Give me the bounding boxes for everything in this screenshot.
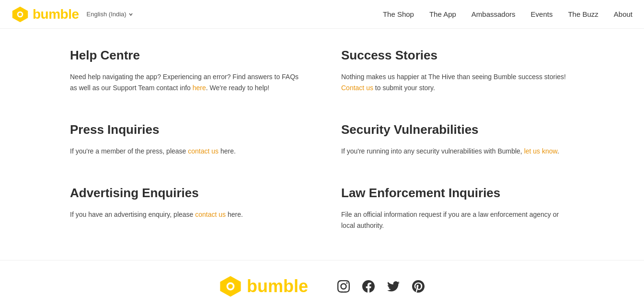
card-security-vulnerabilities: Security VulnerabilitiesIf you're runnin… [341,122,574,157]
svg-point-2 [18,12,22,16]
card-title-security-vulnerabilities: Security Vulnerabilities [341,122,574,137]
card-title-success-stories: Success Stories [341,48,574,63]
card-help-centre: Help CentreNeed help navigating the app?… [70,48,303,94]
main-content: Help CentreNeed help navigating the app?… [58,29,586,260]
card-success-stories: Success StoriesNothing makes us happier … [341,48,574,94]
card-body-press-inquiries: If you're a member of the press, please … [70,146,303,157]
pinterest-icon[interactable] [412,280,425,293]
header: bumble English (India) The ShopThe AppAm… [0,0,644,29]
lang-label: English (India) [87,11,126,18]
card-law-enforcement: Law Enforcement InquiriesFile an officia… [341,186,574,231]
nav-item-the-shop[interactable]: The Shop [383,10,414,18]
card-link1-advertising-enquiries[interactable]: contact us [195,211,226,218]
logo-icon [12,6,29,23]
nav-item-the-buzz[interactable]: The Buzz [568,10,598,18]
content-grid: Help CentreNeed help navigating the app?… [70,48,574,231]
footer-logo-text: bumble [247,276,308,296]
nav-item-about[interactable]: About [614,10,632,18]
language-selector[interactable]: English (India) [87,11,133,18]
card-link1-press-inquiries[interactable]: contact us [188,147,218,155]
card-advertising-enquiries: Advertising EnquiriesIf you have an adve… [70,186,303,231]
facebook-icon[interactable] [362,280,375,293]
chevron-down-icon [128,12,133,17]
twitter-icon[interactable] [387,280,400,293]
nav-item-the-app[interactable]: The App [429,10,456,18]
card-body-advertising-enquiries: If you have an advertising enquiry, plea… [70,209,303,220]
footer-logo-icon [219,275,242,298]
svg-point-5 [228,284,233,289]
card-body-law-enforcement: File an official information request if … [341,209,574,231]
footer: bumble [0,260,644,307]
card-title-advertising-enquiries: Advertising Enquiries [70,186,303,201]
card-link1-success-stories[interactable]: Contact us [341,84,373,92]
footer-logo: bumble [219,275,308,298]
card-press-inquiries: Press InquiriesIf you're a member of the… [70,122,303,157]
card-body-help-centre: Need help navigating the app? Experienci… [70,71,303,94]
nav-item-ambassadors[interactable]: Ambassadors [472,10,516,18]
card-link1-security-vulnerabilities[interactable]: let us know [524,147,557,155]
footer-social [337,280,425,293]
nav-item-events[interactable]: Events [531,10,553,18]
header-left: bumble English (India) [12,6,133,23]
card-link1-help-centre[interactable]: here [193,84,206,92]
card-title-law-enforcement: Law Enforcement Inquiries [341,186,574,201]
instagram-icon[interactable] [337,280,350,293]
card-title-help-centre: Help Centre [70,48,303,63]
logo-link[interactable]: bumble [12,6,79,23]
main-nav: The ShopThe AppAmbassadorsEventsThe Buzz… [383,10,632,19]
logo-text: bumble [33,7,79,22]
card-body-success-stories: Nothing makes us happier at The Hive tha… [341,71,574,94]
card-body-security-vulnerabilities: If you're running into any security vuln… [341,146,574,157]
card-title-press-inquiries: Press Inquiries [70,122,303,137]
